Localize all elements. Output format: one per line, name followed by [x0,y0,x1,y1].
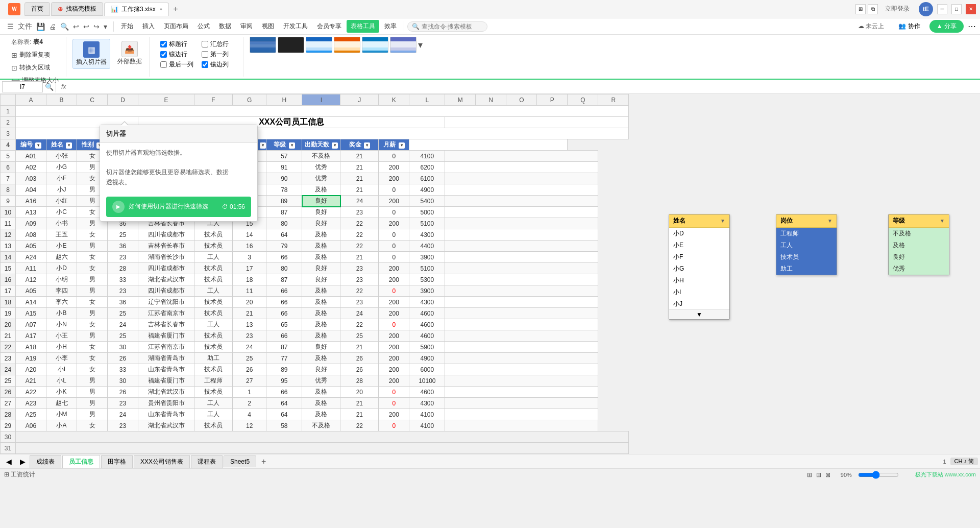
slicer-name-item[interactable]: 小H [669,275,729,286]
save-icon[interactable]: 💾 [35,21,46,32]
row-header-1[interactable]: 1 [1,106,16,117]
menu-icon[interactable]: ☰ [6,21,15,32]
slicer-position-item[interactable]: 工人 [776,239,837,251]
share-button[interactable]: ▲ 分享 [929,20,964,33]
col-j[interactable]: J [340,94,379,106]
tab-home[interactable]: 首页 [24,2,50,16]
sheet-nav-left[interactable]: ◀ [2,458,16,466]
last-col-check[interactable]: 最后一列 [160,60,193,69]
col-a[interactable]: A [16,94,46,106]
jiangjin-dropdown[interactable]: ▾ [364,142,370,149]
slicer-level-filter-icon[interactable]: ▼ [940,218,945,224]
col-l[interactable]: L [409,94,445,106]
striped-rows-checkbox[interactable] [160,51,167,58]
row-header-6[interactable]: 6 [1,162,16,173]
redo-icon[interactable]: ↪ [92,21,101,32]
print-icon[interactable]: 🖨 [48,21,57,32]
cell-2-right[interactable] [445,117,629,128]
cloud-signin-button[interactable]: ☁ 未云上 [853,20,889,32]
row-header-8[interactable]: 8 [1,184,16,196]
tab-templates[interactable]: ⊕ 找稿壳模板 [51,2,103,16]
style-swatch-6[interactable] [390,37,416,53]
search-small-icon[interactable]: 🔍 [59,21,70,32]
insert-slicer-button[interactable]: ▦ 插入切片器 [72,39,110,69]
minimize-button[interactable]: ─ [937,4,947,14]
slicer-name-item[interactable]: 小E [669,239,729,251]
last-col-checkbox[interactable] [160,61,167,68]
layout-grid-button[interactable]: ⊞ [855,4,866,14]
menu-insert[interactable]: 插入 [138,20,159,33]
row-header-7[interactable]: 7 [1,173,16,184]
row-header-9[interactable]: 9 [1,196,16,207]
tab-workbook[interactable]: 📊 工作簿3.xlsx ● [104,3,169,16]
view-custom-icon[interactable]: ⊠ [825,471,830,478]
header-xingming[interactable]: 姓名 ▾ [46,139,77,151]
slicer-name-item[interactable]: 小F [669,251,729,263]
more-options-icon[interactable]: ⋯ [968,21,976,31]
search-cell-icon[interactable]: 🔍 [45,83,54,91]
menu-view[interactable]: 视图 [258,20,278,33]
col-n[interactable]: N [476,94,506,106]
sheet-tab-sales[interactable]: XXX公司销售表 [134,455,190,468]
striped-rows-check[interactable]: 镶边行 [160,50,193,59]
chiqin-dropdown[interactable]: ▾ [332,142,338,149]
col-g[interactable]: G [233,94,266,106]
add-tab-button[interactable]: + [170,5,181,14]
register-button[interactable]: 立即登录 [880,3,915,15]
zoom-slider[interactable] [858,471,899,479]
add-sheet-button[interactable]: + [257,456,270,467]
menu-start[interactable]: 开始 [117,20,137,33]
menu-developer[interactable]: 开发工具 [279,20,312,33]
xingming-dropdown[interactable]: ▾ [66,142,72,149]
play-icon[interactable]: ▶ [112,201,125,213]
sheet-tab-courses[interactable]: 课程表 [191,455,223,468]
row-header-3[interactable]: 3 [1,128,16,139]
slicer-level-item[interactable]: 不及格 [889,228,949,239]
style-swatch-1[interactable] [250,37,276,53]
menu-member[interactable]: 会员专享 [313,20,346,33]
style-swatch-3[interactable] [306,37,332,53]
row-header-2[interactable]: 2 [1,117,16,128]
close-button[interactable]: ✕ [966,4,976,14]
row-header-4[interactable]: 4 [1,139,16,151]
style-swatch-2[interactable] [278,37,304,53]
summary-row-check[interactable]: 汇总行 [202,40,235,49]
slicer-name-item[interactable]: 小J [669,298,729,309]
external-data-button[interactable]: 📤 外部数据 [114,39,145,68]
undo-arrow[interactable]: ↩ [82,21,90,32]
slicer-level-item[interactable]: 及格 [889,239,949,251]
slicer-position-item[interactable]: 助工 [776,263,837,275]
menu-table-tools[interactable]: 表格工具 [347,20,379,33]
col-b[interactable]: B [46,94,77,106]
sheet-tab-scores[interactable]: 成绩表 [30,455,61,468]
sheet-tab-grid[interactable]: 田字格 [101,455,133,468]
slicer-position-item[interactable]: 工程师 [776,228,837,239]
view-page-icon[interactable]: ⊟ [816,471,821,478]
slicer-name-list[interactable]: 小D 小E 小F 小G 小H 小I 小J 小K [669,228,729,309]
file-menu-item[interactable]: 文件 [17,21,33,32]
style-gallery[interactable]: ▾ [250,37,423,53]
avatar[interactable]: tE [919,2,933,16]
menu-efficiency[interactable]: 效率 [380,20,401,33]
wage-summary-link[interactable]: ⊞ 工资统计 [4,470,35,479]
col-f[interactable]: F [194,94,233,106]
cell-1-empty[interactable] [16,106,629,117]
col-h[interactable]: H [266,94,302,106]
view-normal-icon[interactable]: ⊞ [807,471,812,478]
col-o[interactable]: O [506,94,537,106]
col-c[interactable]: C [77,94,108,106]
sheet-tab-sheet5[interactable]: Sheet5 [224,455,256,467]
header-bianaho[interactable]: 编号 ▾ [16,139,46,151]
menu-formula[interactable]: 公式 [193,20,214,33]
header-chiqin[interactable]: 出勤天数 ▾ [302,139,340,151]
col-e[interactable]: E [138,94,194,106]
col-d[interactable]: D [108,94,138,106]
undo-icon[interactable]: ↩ [72,21,80,32]
summary-row-checkbox[interactable] [202,41,208,47]
yuexin-dropdown[interactable]: ▾ [399,142,405,149]
dengji-dropdown[interactable]: ▾ [289,142,295,149]
tooltip-video-link[interactable]: ▶ 如何使用切片器进行快速筛选 ⏱ 01:56 [106,197,251,217]
first-col-check[interactable]: 第一列 [202,50,235,59]
row-header-5[interactable]: 5 [1,151,16,162]
dropdown-icon[interactable]: ▾ [103,21,108,32]
